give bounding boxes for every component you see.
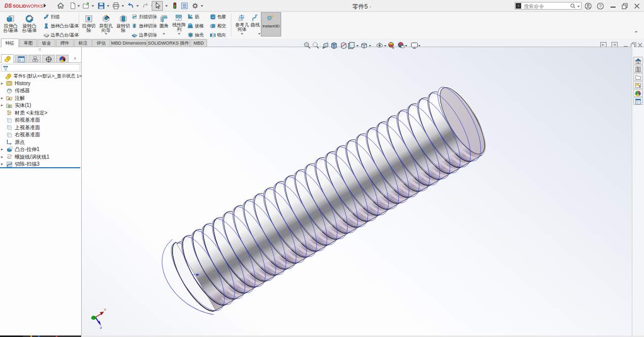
svg-text:x: x bbox=[104, 307, 106, 312]
svg-text:?: ? bbox=[599, 4, 601, 9]
svg-text:DS: DS bbox=[5, 3, 12, 9]
svg-text:A: A bbox=[8, 97, 10, 100]
svg-text:ad: ad bbox=[212, 16, 214, 18]
svg-text:z: z bbox=[100, 325, 102, 330]
svg-text:SOLIDWORKS: SOLIDWORKS bbox=[13, 4, 43, 9]
